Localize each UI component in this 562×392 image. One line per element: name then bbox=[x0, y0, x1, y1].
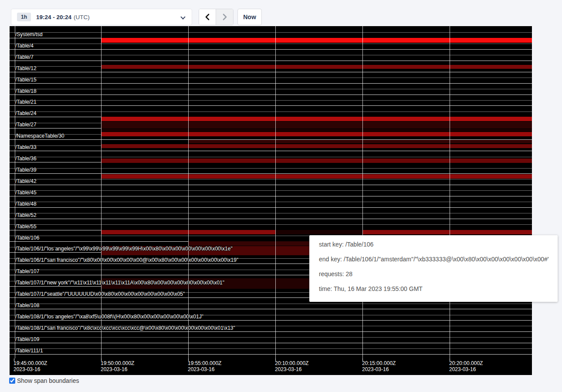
span-key-label: /Table/108/1/"los angeles"/"\xa8\xf5\u00… bbox=[15, 314, 203, 320]
span-boundaries-control: Show span boundaries bbox=[9, 377, 79, 384]
heat-band[interactable] bbox=[275, 230, 362, 234]
span-row[interactable]: /System/tsd bbox=[10, 27, 532, 38]
span-key-label: /Table/106/1/"los angeles"/"\x99\x99\x99… bbox=[15, 246, 233, 252]
time-gridline bbox=[275, 26, 276, 358]
span-key-label: /Table/39 bbox=[15, 167, 37, 173]
chevron-left-icon bbox=[204, 14, 210, 20]
span-row[interactable]: /Table/111/1 bbox=[10, 343, 532, 355]
time-range-selector[interactable]: 1h 19:24 - 20:24 (UTC) bbox=[11, 9, 192, 25]
span-row[interactable]: /Table/15 bbox=[10, 72, 532, 84]
heat-band[interactable] bbox=[101, 132, 532, 136]
span-key-label: /Table/42 bbox=[15, 178, 37, 184]
range-text: 19:24 - 20:24 bbox=[36, 14, 71, 20]
span-row[interactable]: /Table/48 bbox=[10, 196, 532, 208]
span-key-label: /Table/12 bbox=[15, 65, 37, 71]
span-key-label: /Table/108/1/"san francisco"/"\x8c\xcc\x… bbox=[15, 325, 235, 331]
heat-band[interactable] bbox=[101, 129, 532, 132]
next-interval-button[interactable] bbox=[216, 9, 233, 25]
tooltip-line: end key: /Table/106/1/"amsterdam"/"\xb33… bbox=[319, 256, 549, 263]
heat-band[interactable] bbox=[101, 174, 532, 179]
heat-band[interactable] bbox=[101, 122, 532, 128]
axis-tick-label: 20:20:00.000Z2023-03-16 bbox=[449, 360, 483, 372]
span-key-label: /Table/111/1 bbox=[15, 348, 43, 354]
span-key-label: /Table/107 bbox=[15, 268, 39, 274]
span-key-label: /Table/107/1/"new york"/"\x11\x11\x11\x1… bbox=[15, 280, 224, 286]
span-key-label: /Table/107/1/"seattle"/"UUUUUUD\x00\x80\… bbox=[15, 291, 185, 297]
show-span-boundaries-checkbox[interactable] bbox=[9, 378, 15, 384]
span-row[interactable]: /Table/108/1/"san francisco"/"\x8c\xcc\x… bbox=[10, 321, 532, 332]
span-key-label: /Table/24 bbox=[15, 110, 37, 116]
span-row[interactable]: /Table/24 bbox=[10, 106, 532, 117]
span-row[interactable]: /Table/18 bbox=[10, 84, 532, 95]
axis-tick-label: 19:45:00.000Z2023-03-16 bbox=[14, 360, 47, 372]
span-row[interactable]: /Table/7 bbox=[10, 50, 532, 61]
time-gridline bbox=[450, 26, 450, 358]
span-key-label: /Table/55 bbox=[15, 223, 37, 230]
axis-tick-label: 19:55:00.000Z2023-03-16 bbox=[188, 360, 221, 372]
span-key-label: /Table/21 bbox=[15, 99, 37, 105]
chevron-down-icon bbox=[180, 14, 185, 19]
span-row[interactable]: /Table/39 bbox=[10, 162, 532, 174]
span-row[interactable]: /Table/108/1/"los angeles"/"\xa8\xf5\u00… bbox=[10, 309, 532, 321]
span-row[interactable]: /Table/55 bbox=[10, 219, 532, 230]
tooltip-line: start key: /Table/106 bbox=[319, 241, 549, 248]
span-key-label: /Table/106 bbox=[15, 235, 39, 241]
cell-tooltip: start key: /Table/106end key: /Table/106… bbox=[309, 235, 558, 302]
prev-interval-button[interactable] bbox=[199, 9, 216, 25]
show-span-boundaries-label: Show span boundaries bbox=[17, 377, 79, 384]
span-key-label: /Table/108 bbox=[15, 302, 39, 308]
span-key-label: /Table/33 bbox=[15, 144, 37, 150]
span-key-label: /Table/52 bbox=[15, 212, 37, 218]
span-key-label: /Table/4 bbox=[15, 43, 34, 49]
heat-band[interactable] bbox=[101, 159, 532, 163]
span-key-label: /System/tsd bbox=[15, 31, 43, 37]
time-gridline bbox=[101, 26, 102, 358]
span-key-label: /Table/109 bbox=[15, 336, 39, 342]
span-row[interactable]: /Table/109 bbox=[10, 332, 532, 343]
span-key-label: /Table/7 bbox=[15, 54, 34, 60]
time-gridline bbox=[362, 26, 363, 358]
span-key-label: /Table/18 bbox=[15, 88, 37, 94]
toolbar: 1h 19:24 - 20:24 (UTC) Now bbox=[0, 0, 562, 26]
span-rows: /System/tsd/Table/4/Table/7/Table/12/Tab… bbox=[10, 27, 532, 355]
heat-band[interactable] bbox=[101, 65, 532, 69]
axis-tick-label: 20:10:00.000Z2023-03-16 bbox=[275, 360, 308, 372]
span-key-label: /Table/27 bbox=[15, 122, 37, 128]
range-timezone: (UTC) bbox=[74, 14, 90, 20]
chevron-right-icon bbox=[222, 14, 228, 20]
axis-tick-label: 19:50:00.000Z2023-03-16 bbox=[101, 360, 134, 372]
now-button[interactable]: Now bbox=[237, 9, 262, 25]
span-key-label: /Table/45 bbox=[15, 189, 37, 196]
span-key-label: /NamespaceTable/30 bbox=[15, 133, 64, 139]
axis-tick-label: 20:15:00.000Z2023-03-16 bbox=[362, 360, 396, 372]
span-key-label: /Table/36 bbox=[15, 155, 37, 162]
span-row[interactable]: /Table/52 bbox=[10, 208, 532, 219]
span-row[interactable]: /Table/21 bbox=[10, 95, 532, 106]
span-key-label: /Table/15 bbox=[15, 77, 37, 83]
tooltip-line: time: Thu, 16 Mar 2023 19:55:00 GMT bbox=[319, 286, 549, 292]
heat-band[interactable] bbox=[101, 38, 532, 43]
heat-band[interactable] bbox=[101, 144, 532, 148]
time-nav-group bbox=[199, 9, 234, 25]
span-key-label: /Table/48 bbox=[15, 201, 37, 207]
time-axis: 19:45:00.000Z2023-03-1619:50:00.000Z2023… bbox=[10, 358, 532, 375]
span-row[interactable]: /Table/45 bbox=[10, 185, 532, 196]
heat-band[interactable] bbox=[101, 117, 532, 121]
heat-band[interactable] bbox=[362, 230, 532, 234]
range-duration-badge: 1h bbox=[17, 13, 31, 21]
key-visualizer-heatmap[interactable]: /System/tsd/Table/4/Table/7/Table/12/Tab… bbox=[10, 26, 532, 375]
time-gridline bbox=[188, 26, 189, 358]
heat-band[interactable] bbox=[188, 140, 532, 143]
tooltip-line: requests: 28 bbox=[319, 271, 549, 277]
span-key-label: /Table/106/1/"san francisco"/"\x80\x00\x… bbox=[15, 257, 238, 263]
